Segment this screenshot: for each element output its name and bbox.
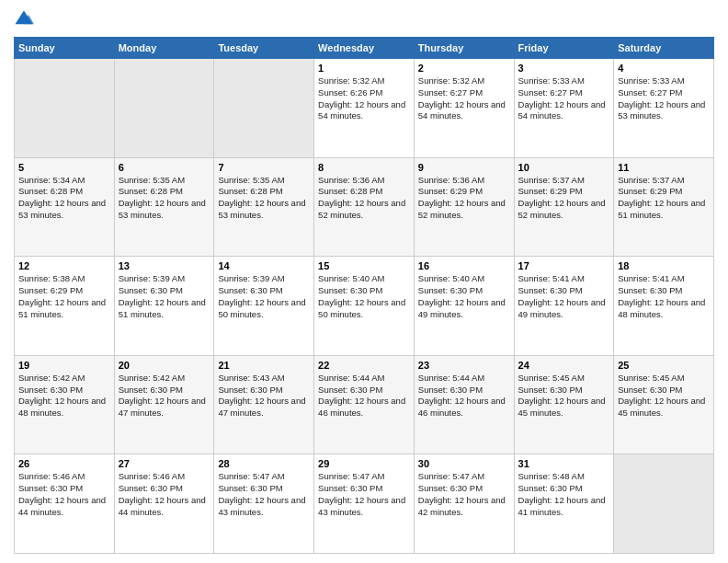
day-info: Sunrise: 5:45 AM Sunset: 6:30 PM Dayligh… [618,373,710,419]
daylight-label: Daylight: 12 hours and 50 minutes. [218,297,305,319]
sunrise-label: Sunrise: 5:40 AM [418,273,484,283]
daylight-label: Daylight: 12 hours and 43 minutes. [318,495,405,517]
sunset-label: Sunset: 6:30 PM [618,385,682,395]
calendar-body: 1 Sunrise: 5:32 AM Sunset: 6:26 PM Dayli… [15,59,714,554]
sunset-label: Sunset: 6:29 PM [618,186,682,196]
calendar-week-3: 12 Sunrise: 5:38 AM Sunset: 6:29 PM Dayl… [15,257,714,356]
calendar-cell: 13 Sunrise: 5:39 AM Sunset: 6:30 PM Dayl… [114,257,214,356]
calendar-week-2: 5 Sunrise: 5:34 AM Sunset: 6:28 PM Dayli… [15,157,714,257]
daylight-label: Daylight: 12 hours and 53 minutes. [618,99,705,121]
sunrise-label: Sunrise: 5:42 AM [18,373,85,383]
sunset-label: Sunset: 6:30 PM [119,285,183,295]
day-info: Sunrise: 5:35 AM Sunset: 6:28 PM Dayligh… [119,175,210,222]
day-number: 2 [418,63,510,74]
sunset-label: Sunset: 6:30 PM [418,385,483,395]
calendar-cell: 5 Sunrise: 5:34 AM Sunset: 6:28 PM Dayli… [15,157,115,257]
sunrise-label: Sunrise: 5:40 AM [318,273,384,283]
day-info: Sunrise: 5:48 AM Sunset: 6:30 PM Dayligh… [518,471,610,518]
sunset-label: Sunset: 6:30 PM [518,483,583,493]
weekday-header-sunday: Sunday [15,38,115,59]
daylight-label: Daylight: 12 hours and 54 minutes. [418,99,506,121]
day-number: 26 [18,458,110,469]
calendar-cell [15,59,115,158]
daylight-label: Daylight: 12 hours and 50 minutes. [318,297,405,319]
day-number: 22 [318,360,410,371]
day-info: Sunrise: 5:34 AM Sunset: 6:28 PM Dayligh… [18,175,110,222]
daylight-label: Daylight: 12 hours and 52 minutes. [418,198,506,220]
daylight-label: Daylight: 12 hours and 51 minutes. [618,198,705,220]
day-info: Sunrise: 5:46 AM Sunset: 6:30 PM Dayligh… [119,471,210,518]
sunset-label: Sunset: 6:27 PM [618,87,682,98]
sunset-label: Sunset: 6:30 PM [119,483,183,493]
calendar-cell: 26 Sunrise: 5:46 AM Sunset: 6:30 PM Dayl… [15,454,115,554]
day-info: Sunrise: 5:32 AM Sunset: 6:26 PM Dayligh… [318,75,410,122]
daylight-label: Daylight: 12 hours and 46 minutes. [318,396,405,418]
logo [14,9,38,29]
daylight-label: Daylight: 12 hours and 53 minutes. [218,198,305,220]
calendar-cell: 9 Sunrise: 5:36 AM Sunset: 6:29 PM Dayli… [414,157,514,257]
day-number: 25 [618,360,710,371]
calendar-cell: 28 Sunrise: 5:47 AM Sunset: 6:30 PM Dayl… [214,454,314,554]
calendar-cell: 11 Sunrise: 5:37 AM Sunset: 6:29 PM Dayl… [614,157,714,257]
day-number: 19 [18,360,110,371]
calendar-cell: 15 Sunrise: 5:40 AM Sunset: 6:30 PM Dayl… [314,257,415,356]
sunset-label: Sunset: 6:29 PM [418,186,483,196]
sunset-label: Sunset: 6:30 PM [119,385,183,395]
daylight-label: Daylight: 12 hours and 44 minutes. [119,495,206,517]
day-number: 12 [18,260,110,271]
calendar-header-row: SundayMondayTuesdayWednesdayThursdayFrid… [15,38,714,59]
calendar-cell: 21 Sunrise: 5:43 AM Sunset: 6:30 PM Dayl… [214,355,314,454]
day-info: Sunrise: 5:44 AM Sunset: 6:30 PM Dayligh… [318,373,410,419]
day-info: Sunrise: 5:38 AM Sunset: 6:29 PM Dayligh… [18,273,110,320]
sunrise-label: Sunrise: 5:42 AM [119,373,185,383]
calendar-cell: 29 Sunrise: 5:47 AM Sunset: 6:30 PM Dayl… [314,454,415,554]
sunrise-label: Sunrise: 5:46 AM [119,471,185,481]
calendar-cell: 17 Sunrise: 5:41 AM Sunset: 6:30 PM Dayl… [514,257,614,356]
sunset-label: Sunset: 6:30 PM [418,285,483,295]
logo-icon [14,9,34,29]
day-info: Sunrise: 5:36 AM Sunset: 6:28 PM Dayligh… [318,175,410,222]
sunrise-label: Sunrise: 5:41 AM [518,273,585,283]
sunrise-label: Sunrise: 5:39 AM [218,273,284,283]
daylight-label: Daylight: 12 hours and 52 minutes. [518,198,606,220]
calendar-week-1: 1 Sunrise: 5:32 AM Sunset: 6:26 PM Dayli… [15,59,714,158]
day-info: Sunrise: 5:33 AM Sunset: 6:27 PM Dayligh… [518,75,610,122]
daylight-label: Daylight: 12 hours and 45 minutes. [618,396,705,418]
day-number: 14 [218,260,310,271]
day-number: 4 [618,63,710,74]
calendar-cell: 6 Sunrise: 5:35 AM Sunset: 6:28 PM Dayli… [114,157,214,257]
sunrise-label: Sunrise: 5:32 AM [318,75,384,86]
sunrise-label: Sunrise: 5:48 AM [518,471,585,481]
calendar-cell: 18 Sunrise: 5:41 AM Sunset: 6:30 PM Dayl… [614,257,714,356]
sunset-label: Sunset: 6:29 PM [18,285,83,295]
daylight-label: Daylight: 12 hours and 48 minutes. [618,297,705,319]
calendar-cell: 24 Sunrise: 5:45 AM Sunset: 6:30 PM Dayl… [514,355,614,454]
sunrise-label: Sunrise: 5:36 AM [418,175,484,185]
calendar-cell: 23 Sunrise: 5:44 AM Sunset: 6:30 PM Dayl… [414,355,514,454]
day-number: 27 [119,458,210,469]
daylight-label: Daylight: 12 hours and 47 minutes. [218,396,305,418]
day-info: Sunrise: 5:42 AM Sunset: 6:30 PM Dayligh… [18,373,110,419]
day-number: 6 [119,162,210,173]
sunrise-label: Sunrise: 5:47 AM [418,471,484,481]
sunrise-label: Sunrise: 5:43 AM [218,373,284,383]
daylight-label: Daylight: 12 hours and 48 minutes. [18,396,106,418]
calendar-cell: 30 Sunrise: 5:47 AM Sunset: 6:30 PM Dayl… [414,454,514,554]
sunrise-label: Sunrise: 5:47 AM [218,471,284,481]
calendar-cell [614,454,714,554]
day-info: Sunrise: 5:33 AM Sunset: 6:27 PM Dayligh… [618,75,710,122]
calendar-page: SundayMondayTuesdayWednesdayThursdayFrid… [0,0,728,563]
day-info: Sunrise: 5:37 AM Sunset: 6:29 PM Dayligh… [518,175,610,222]
weekday-header-wednesday: Wednesday [314,38,415,59]
calendar-cell: 22 Sunrise: 5:44 AM Sunset: 6:30 PM Dayl… [314,355,415,454]
sunset-label: Sunset: 6:30 PM [318,285,382,295]
day-number: 31 [518,458,610,469]
sunset-label: Sunset: 6:30 PM [218,483,282,493]
daylight-label: Daylight: 12 hours and 44 minutes. [18,495,106,517]
day-number: 17 [518,260,610,271]
calendar-cell: 27 Sunrise: 5:46 AM Sunset: 6:30 PM Dayl… [114,454,214,554]
day-info: Sunrise: 5:42 AM Sunset: 6:30 PM Dayligh… [119,373,210,419]
sunrise-label: Sunrise: 5:37 AM [518,175,585,185]
calendar-cell: 14 Sunrise: 5:39 AM Sunset: 6:30 PM Dayl… [214,257,314,356]
day-number: 18 [618,260,710,271]
